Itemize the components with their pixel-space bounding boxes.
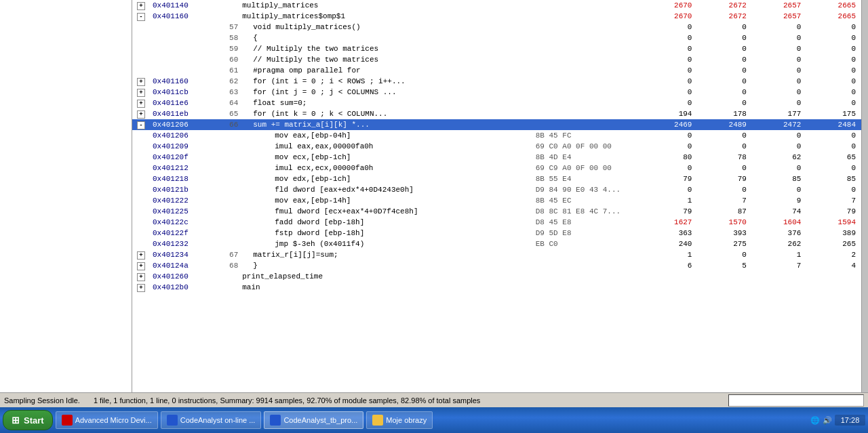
table-row[interactable]: + 0x4011eb 65 for (int k = 0 ; k < COLUM… (132, 108, 861, 119)
table-row[interactable]: + 0x401160 62 for (int i = 0 ; i < ROWS … (132, 76, 861, 87)
collapse-icon[interactable]: - (137, 121, 145, 129)
sample2-cell: 0 (697, 65, 751, 76)
addr-cell: 0x40122c (150, 217, 216, 228)
addr-cell: 0x4011eb (150, 108, 216, 119)
addr-cell: 0x401206 (150, 130, 216, 141)
taskbar-item-folder[interactable]: Moje obrazy (366, 411, 433, 429)
expand-cell (132, 195, 150, 206)
taskbar-label-amd: Advanced Micro Devi... (75, 416, 152, 424)
sample1-cell: 0 (643, 43, 697, 54)
taskbar-label-ca2: CodeAnalyst_tb_pro... (283, 416, 357, 424)
taskbar: ⊞ Start Advanced Micro Devi... CodeAnaly… (0, 407, 868, 433)
expand-cell: - (132, 119, 150, 130)
sample4-cell: 0 (806, 98, 861, 108)
folder-icon (372, 415, 383, 426)
code-cell: // Multiply the two matrices (242, 43, 532, 54)
table-row[interactable]: 0x401212 imul ecx,ecx,00000fa0h 69 C9 A0… (132, 163, 861, 173)
linenum-cell (216, 195, 242, 206)
table-row[interactable]: 58 { 0 0 0 0 (132, 33, 861, 43)
table-row[interactable]: 61 #pragma omp parallel for 0 0 0 0 (132, 65, 861, 76)
table-row[interactable]: 60 // Multiply the two matrices 0 0 0 0 (132, 54, 861, 65)
sample2-cell: 1570 (697, 217, 751, 228)
table-row[interactable]: + 0x4011cb 63 for (int j = 0 ; j < COLUM… (132, 87, 861, 98)
collapse-icon[interactable]: - (137, 13, 145, 21)
table-row[interactable]: - 0x401206 66 sum += matrix_a[i][k] *...… (132, 119, 861, 130)
taskbar-item-amd[interactable]: Advanced Micro Devi... (56, 411, 158, 429)
sample4-cell (806, 271, 861, 282)
sample4-cell: 0 (806, 54, 861, 65)
code-cell: mov edx,[ebp-1ch] (242, 173, 532, 184)
sample2-cell: 0 (697, 98, 751, 108)
expand-icon[interactable]: + (137, 284, 145, 292)
table-row[interactable]: 0x401232 jmp $-3eh (0x4011f4) EB C0 240 … (132, 239, 861, 249)
linenum-cell (216, 173, 242, 184)
sample4-cell: 0 (806, 65, 861, 76)
sample4-cell: 2665 (806, 0, 861, 11)
table-row[interactable]: 0x401218 mov edx,[ebp-1ch] 8B 55 E4 79 7… (132, 173, 861, 184)
table-row[interactable]: + 0x4011e6 64 float sum=0; 0 0 0 0 (132, 98, 861, 108)
code-cell: jmp $-3eh (0x4011f4) (242, 239, 532, 249)
sample3-cell: 1 (752, 249, 806, 260)
table-row[interactable]: 0x401209 imul eax,eax,00000fa0h 69 C0 A0… (132, 141, 861, 152)
sample2-cell: 275 (697, 239, 751, 249)
code-cell: float sum=0; (242, 98, 532, 108)
taskbar-item-ca2[interactable]: CodeAnalyst_tb_pro... (264, 411, 363, 429)
table-row[interactable]: 0x401222 mov eax,[ebp-14h] 8B 45 EC 1 7 … (132, 195, 861, 206)
start-button[interactable]: ⊞ Start (3, 410, 53, 430)
sample3-cell: 0 (752, 130, 806, 141)
sample2-cell: 0 (697, 249, 751, 260)
linenum-cell: 67 (216, 249, 242, 260)
table-row[interactable]: + 0x40124a 68 } 6 5 7 4 (132, 260, 861, 271)
code-panel[interactable]: + 0x401140 multiply_matrices 2670 2672 2… (132, 0, 861, 392)
table-row[interactable]: 0x40121b fld dword [eax+edx*4+0D4243e0h]… (132, 184, 861, 195)
expand-icon[interactable]: + (137, 100, 145, 108)
expand-icon[interactable]: + (137, 262, 145, 270)
sample3-cell: 0 (752, 76, 806, 87)
bytes-cell: 8B 45 EC (533, 195, 643, 206)
addr-cell (150, 43, 216, 54)
linenum-cell: 59 (216, 43, 242, 54)
table-row[interactable]: 0x40122c fadd dword [ebp-18h] D8 45 E8 1… (132, 217, 861, 228)
addr-cell (150, 33, 216, 43)
code-cell: matrix_r[i][j]=sum; (242, 249, 532, 260)
expand-icon[interactable]: + (137, 273, 145, 281)
bytes-cell (533, 76, 643, 87)
bytes-cell: 69 C0 A0 0F 00 00 (533, 141, 643, 152)
table-row[interactable]: 0x401225 fmul dword [ecx+eax*4+0D7f4ce8h… (132, 206, 861, 217)
table-row[interactable]: 0x40120f mov ecx,[ebp-1ch] 8B 4D E4 80 7… (132, 152, 861, 163)
expand-icon[interactable]: + (137, 89, 145, 97)
sample1-cell: 0 (643, 54, 697, 65)
taskbar-label-ca1: CodeAnalyst on-line ... (180, 416, 256, 424)
taskbar-item-ca1[interactable]: CodeAnalyst on-line ... (161, 411, 262, 429)
sample1-cell: 2469 (643, 119, 697, 130)
table-row[interactable]: 0x401206 mov eax,[ebp-04h] 8B 45 FC 0 0 … (132, 130, 861, 141)
expand-icon[interactable]: + (137, 251, 145, 260)
table-row[interactable]: + 0x4012b0 main (132, 282, 861, 293)
linenum-cell (216, 163, 242, 173)
table-row[interactable]: + 0x401234 67 matrix_r[i][j]=sum; 1 0 1 … (132, 249, 861, 260)
expand-icon[interactable]: + (137, 2, 145, 10)
table-row[interactable]: + 0x401260 print_elapsed_time (132, 271, 861, 282)
expand-icon[interactable]: + (137, 78, 145, 86)
bytes-cell (533, 249, 643, 260)
expand-cell (132, 206, 150, 217)
bytes-cell (533, 271, 643, 282)
bytes-cell (533, 65, 643, 76)
sample2-cell: 0 (697, 76, 751, 87)
sidebar (0, 0, 132, 392)
table-row[interactable]: 59 // Multiply the two matrices 0 0 0 0 (132, 43, 861, 54)
expand-icon[interactable]: + (137, 110, 145, 119)
sample2-cell: 178 (697, 108, 751, 119)
bytes-cell: 8B 45 FC (533, 130, 643, 141)
sample4-cell: 85 (806, 173, 861, 184)
sample1-cell: 363 (643, 228, 697, 239)
status-input[interactable] (728, 394, 864, 407)
table-row[interactable]: + 0x401140 multiply_matrices 2670 2672 2… (132, 0, 861, 11)
table-row[interactable]: - 0x401160 multiply_matrices$omp$1 2670 … (132, 11, 861, 22)
sample2-cell: 87 (697, 206, 751, 217)
table-row[interactable]: 57 void multiply_matrices() 0 0 0 0 (132, 22, 861, 33)
scroll-indicator[interactable] (861, 0, 868, 392)
sample3-cell: 0 (752, 33, 806, 43)
main-area: + 0x401140 multiply_matrices 2670 2672 2… (0, 0, 868, 392)
table-row[interactable]: 0x40122f fstp dword [ebp-18h] D9 5D E8 3… (132, 228, 861, 239)
